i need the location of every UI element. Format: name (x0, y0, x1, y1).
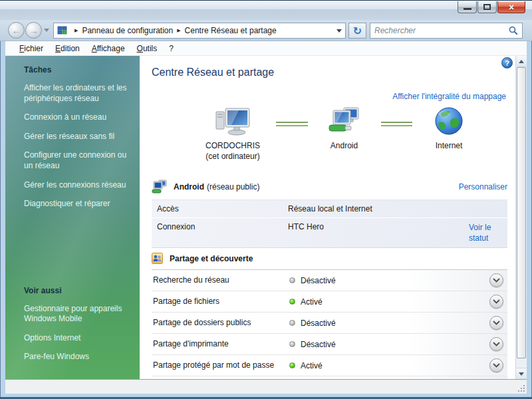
breadcrumb-item-control-panel[interactable]: Panneau de configuration (82, 26, 173, 35)
address-dropdown-button[interactable] (333, 23, 345, 38)
window-controls: × (458, 1, 525, 13)
sidebar-item-view-computers[interactable]: Afficher les ordinateurs et les périphér… (24, 83, 129, 104)
map-node-this-computer[interactable]: CORDOCHRIS (cet ordinateur) (190, 106, 276, 162)
sidebar-item-windows-firewall[interactable]: Pare-feu Windows (24, 352, 130, 362)
scroll-down-button[interactable] (516, 368, 527, 379)
back-arrow-icon: ← (12, 25, 21, 36)
scroll-up-button[interactable] (516, 56, 527, 67)
minimize-button[interactable] (458, 1, 477, 13)
sidebar-item-connect-network[interactable]: Connexion à un réseau (24, 112, 129, 123)
table-row: Accès Réseau local et Internet (152, 200, 507, 218)
sidebar-item-manage-connections[interactable]: Gérer les connexions réseau (24, 180, 129, 191)
control-panel-icon (57, 25, 68, 36)
row-label: Partage de fichiers (153, 296, 289, 307)
map-node-label: Internet (436, 141, 463, 152)
status-indicator-icon (289, 277, 295, 283)
navigation-toolbar: ← → ▶ Panneau de configuration ▶ Centre … (0, 20, 532, 41)
network-kind: (réseau public) (207, 182, 259, 192)
menu-fichier[interactable]: Fichier (13, 43, 49, 55)
network-details-table: Accès Réseau local et Internet Connexion… (152, 200, 507, 248)
expand-row-button[interactable] (489, 273, 503, 287)
see-also-header: Voir aussi (24, 286, 130, 295)
row-status: Activé (289, 297, 481, 307)
sidebar-item-setup-connection[interactable]: Configurer une connexion ou un réseau (24, 150, 129, 171)
sidebar-item-internet-options[interactable]: Options Internet (24, 333, 130, 344)
close-button[interactable]: × (497, 1, 525, 13)
sidebar-item-windows-mobile[interactable]: Gestionnaire pour appareils Windows Mobi… (24, 304, 130, 325)
forward-arrow-icon: → (29, 25, 39, 36)
status-text: Activé (301, 361, 323, 370)
vertical-scrollbar[interactable] (515, 56, 527, 379)
chevron-down-icon (493, 363, 500, 368)
status-text: Désactivé (301, 340, 336, 349)
status-text: Désactivé (301, 319, 336, 328)
triangle-down-icon (519, 372, 524, 376)
sidebar-item-manage-wireless[interactable]: Gérer les réseaux sans fil (24, 132, 129, 142)
row-value: HTC Hero (288, 222, 451, 243)
expand-row-button[interactable] (489, 337, 503, 351)
status-indicator-icon (289, 320, 295, 326)
row-label: Partage de dossiers publics (153, 317, 289, 328)
menu-help[interactable]: ? (163, 43, 180, 55)
recent-pages-dropdown-icon[interactable] (44, 29, 49, 32)
window-body: Tâches Afficher les ordinateurs et les p… (5, 56, 527, 379)
menu-outils[interactable]: Outils (131, 43, 164, 55)
sharing-row-file-sharing: Partage de fichiers Activé (152, 291, 507, 313)
row-value: Réseau local et Internet (288, 204, 451, 213)
status-bar (5, 379, 527, 394)
resize-grip[interactable] (517, 384, 525, 392)
maximize-button[interactable] (477, 1, 497, 13)
forward-button[interactable]: → (25, 22, 42, 39)
menu-affichage[interactable]: Affichage (86, 43, 131, 55)
menu-bar: Fichier Edition Affichage Outils ? (5, 41, 527, 56)
customize-link[interactable]: Personnaliser (459, 182, 507, 192)
map-node-network-android[interactable]: Android (308, 106, 381, 152)
row-label: Connexion (157, 222, 288, 243)
chevron-down-icon (493, 299, 500, 304)
table-row: Connexion HTC Hero Voir le statut (152, 218, 507, 247)
status-indicator-icon (289, 341, 295, 347)
sharing-header: Partage et découverte (152, 253, 507, 270)
tasks-sidebar: Tâches Afficher les ordinateurs et les p… (5, 56, 140, 379)
chevron-down-icon (493, 278, 500, 283)
row-status: Désactivé (289, 276, 481, 285)
see-also-section: Voir aussi Gestionnaire pour appareils W… (24, 286, 130, 371)
sidebar-item-diagnose-repair[interactable]: Diagnostiquer et réparer (24, 199, 129, 209)
vista-explorer-window: × ← → ▶ Panneau de configuration ▶ Centr… (0, 0, 532, 399)
search-input[interactable] (370, 23, 509, 38)
triangle-up-icon (519, 60, 524, 63)
row-status: Désactivé (289, 319, 481, 328)
map-node-label: CORDOCHRIS (cet ordinateur) (205, 141, 260, 162)
status-text: Désactivé (301, 276, 336, 285)
maximize-icon (483, 4, 491, 10)
expand-row-button[interactable] (489, 316, 503, 330)
close-icon: × (509, 3, 514, 12)
search-icon (509, 26, 518, 35)
map-node-label: Android (331, 141, 358, 152)
breadcrumb-item-network-center[interactable]: Centre Réseau et partage (185, 26, 277, 35)
refresh-icon: ↻ (353, 25, 362, 37)
sharing-row-public-folder: Partage de dossiers publics Désactivé (152, 313, 507, 334)
view-full-map-link[interactable]: Afficher l'intégralité du mappage (392, 92, 506, 101)
address-bar[interactable]: ▶ Panneau de configuration ▶ Centre Rése… (53, 23, 346, 39)
expand-row-button[interactable] (489, 358, 503, 372)
help-button[interactable]: ? (501, 57, 513, 68)
network-header: Android (réseau public) Personnaliser (152, 180, 507, 194)
sharing-row-printer: Partage d'imprimante Désactivé (152, 334, 507, 355)
computer-icon (215, 106, 251, 138)
minimize-icon (464, 8, 471, 10)
sharing-title: Partage et découverte (170, 254, 253, 263)
chevron-down-icon (493, 342, 500, 346)
back-button[interactable]: ← (8, 22, 25, 39)
view-status-link[interactable]: Voir le statut (469, 222, 507, 243)
network-small-icon (152, 180, 168, 194)
expand-row-button[interactable] (489, 295, 503, 309)
refresh-button[interactable]: ↻ (348, 23, 366, 39)
row-label: Partage d'imprimante (153, 338, 289, 349)
chevron-down-icon (493, 321, 500, 325)
tasks-header: Tâches (24, 65, 129, 74)
map-node-internet[interactable]: Internet (412, 106, 485, 152)
menu-edition[interactable]: Edition (49, 43, 86, 55)
scrollbar-thumb[interactable] (517, 67, 526, 358)
map-connection-line (276, 122, 308, 126)
